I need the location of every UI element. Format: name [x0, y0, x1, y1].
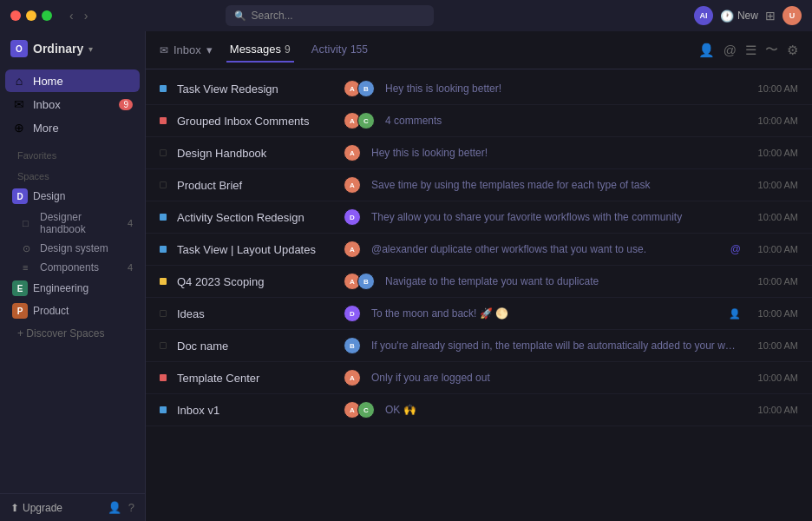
- message-indicator: [160, 278, 167, 285]
- home-icon: ⌂: [12, 74, 26, 88]
- window-controls: [10, 10, 52, 21]
- sidebar-item-inbox[interactable]: ✉ Inbox 9: [5, 93, 140, 115]
- message-row[interactable]: Activity Section RedesignDThey allow you…: [146, 201, 812, 234]
- message-indicator: [160, 149, 167, 156]
- message-meta: 10:00 AM: [746, 148, 798, 158]
- person-icon: 👤: [729, 308, 741, 320]
- message-time: 10:00 AM: [746, 244, 798, 254]
- filter-icon[interactable]: ☰: [745, 43, 756, 58]
- sidebar-item-components[interactable]: ≡ Components 4: [16, 258, 140, 277]
- message-meta: 10:00 AM: [746, 83, 798, 94]
- sidebar-item-designer-handbook[interactable]: □ Designer handbook 4: [16, 208, 140, 239]
- search-bar[interactable]: 🔍 Search...: [226, 5, 434, 26]
- message-avatars: AB: [344, 273, 371, 290]
- message-row[interactable]: Product BriefASave time by using the tem…: [146, 169, 812, 201]
- discover-spaces-button[interactable]: + Discover Spaces: [5, 322, 140, 345]
- sidebar-item-label-inbox: Inbox: [33, 98, 61, 111]
- message-avatars: A: [344, 176, 357, 194]
- at-icon[interactable]: @: [724, 43, 737, 57]
- avatar: A: [344, 144, 361, 162]
- clock-icon: 🕐: [720, 10, 734, 23]
- message-time: 10:00 AM: [746, 373, 798, 383]
- tab-messages-count: 9: [285, 43, 291, 56]
- sidebar-item-label-home: Home: [33, 75, 63, 88]
- message-preview: Hey this is looking better!: [371, 147, 736, 159]
- workspace-name: Ordinary: [33, 42, 83, 56]
- message-preview: @alexander duplicate other workflows tha…: [371, 243, 720, 255]
- message-preview: They allow you to share your favorite wo…: [371, 211, 736, 223]
- person-filter-icon[interactable]: 👤: [698, 43, 715, 58]
- list-icon: ≡: [23, 262, 35, 273]
- tab-messages[interactable]: Messages 9: [226, 37, 294, 63]
- message-row[interactable]: IdeasDTo the moon and back! 🚀 🌕👤10:00 AM: [146, 298, 812, 330]
- grid-icon[interactable]: ⊞: [765, 9, 776, 23]
- message-row[interactable]: Inbox v1ACOK 🙌10:00 AM: [146, 394, 812, 426]
- new-button[interactable]: 🕐 New: [720, 10, 758, 23]
- message-preview: OK 🙌: [385, 404, 736, 416]
- search-placeholder: Search...: [252, 10, 293, 22]
- minimize-dot[interactable]: [26, 10, 36, 21]
- message-row[interactable]: Doc nameBIf you're already signed in, th…: [146, 330, 812, 362]
- sidebar-item-more[interactable]: ⊕ More: [5, 116, 140, 139]
- ai-badge[interactable]: AI: [694, 6, 713, 25]
- inbox-breadcrumb[interactable]: ✉ Inbox ▾: [160, 43, 213, 56]
- forward-button[interactable]: ›: [81, 7, 92, 24]
- footer-icons: 👤 ?: [108, 501, 134, 514]
- back-button[interactable]: ‹: [66, 7, 77, 24]
- message-indicator: [160, 342, 167, 349]
- engineering-space-label: Engineering: [33, 282, 88, 294]
- doc-icon: □: [23, 218, 35, 228]
- message-row[interactable]: Template CenterAOnly if you are logged o…: [146, 362, 812, 394]
- message-row[interactable]: Grouped Inbox CommentsAC4 comments10:00 …: [146, 105, 812, 137]
- messages-list: Task View RedesignABHey this is looking …: [146, 69, 812, 521]
- sidebar-item-label-more: More: [33, 122, 59, 135]
- designer-handbook-label: Designer handbook: [40, 211, 122, 235]
- message-time: 10:00 AM: [746, 405, 798, 415]
- inbox-breadcrumb-icon: ✉: [160, 44, 168, 56]
- avatar: D: [344, 208, 361, 226]
- space-item-product[interactable]: P Product: [5, 300, 140, 322]
- message-time: 10:00 AM: [746, 340, 798, 351]
- workspace-header[interactable]: O Ordinary ▾: [0, 31, 145, 66]
- titlebar-right: AI 🕐 New ⊞ U: [694, 6, 802, 25]
- message-preview: Navigate to the template you want to dup…: [385, 275, 736, 287]
- maximize-dot[interactable]: [42, 10, 52, 21]
- tab-activity[interactable]: Activity 155: [308, 37, 371, 63]
- favorites-section-label: Favorites: [5, 143, 140, 164]
- space-item-engineering[interactable]: E Engineering: [5, 277, 140, 300]
- space-item-design[interactable]: D Design: [5, 185, 140, 208]
- message-title: Ideas: [177, 307, 333, 320]
- message-meta: 10:00 AM: [746, 212, 798, 222]
- upgrade-label: Upgrade: [23, 502, 62, 514]
- design-space-label: Design: [33, 190, 65, 202]
- user-avatar[interactable]: U: [783, 6, 802, 25]
- message-preview: Save time by using the templates made fo…: [371, 179, 736, 191]
- sidebar-item-home[interactable]: ⌂ Home: [5, 69, 140, 92]
- wave-icon[interactable]: 〜: [765, 42, 778, 58]
- workspace-icon: O: [10, 40, 28, 57]
- message-time: 10:00 AM: [746, 148, 798, 158]
- sidebar-item-design-system[interactable]: ⊙ Design system: [16, 239, 140, 258]
- message-title: Design Handbook: [177, 147, 333, 160]
- message-row[interactable]: Design HandbookAHey this is looking bett…: [146, 137, 812, 169]
- upgrade-button[interactable]: ⬆ Upgrade: [10, 502, 101, 514]
- search-icon: 🔍: [234, 10, 246, 22]
- message-title: Doc name: [177, 340, 333, 353]
- circle-icon: ⊙: [23, 243, 35, 254]
- message-row[interactable]: Task View | Layout UpdatesA@alexander du…: [146, 234, 812, 266]
- avatar: A: [344, 176, 361, 194]
- message-meta: 10:00 AM: [746, 373, 798, 383]
- avatar: C: [357, 112, 375, 129]
- message-indicator: [160, 246, 167, 253]
- help-footer-icon[interactable]: ?: [128, 501, 134, 514]
- message-time: 10:00 AM: [746, 83, 798, 94]
- message-row[interactable]: Q4 2023 ScopingABNavigate to the templat…: [146, 266, 812, 298]
- product-space-icon: P: [12, 303, 28, 319]
- message-avatars: B: [344, 337, 357, 354]
- message-avatars: AC: [344, 112, 371, 129]
- gear-icon[interactable]: ⚙: [787, 43, 798, 58]
- avatar: A: [344, 369, 361, 386]
- close-dot[interactable]: [10, 10, 21, 21]
- message-row[interactable]: Task View RedesignABHey this is looking …: [146, 73, 812, 105]
- user-footer-icon[interactable]: 👤: [108, 501, 121, 514]
